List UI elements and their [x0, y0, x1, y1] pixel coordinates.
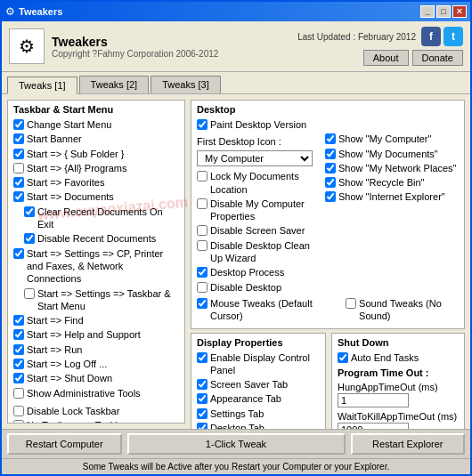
chk-logoff[interactable]: [13, 359, 24, 369]
list-item: Start => {All} Programs: [13, 162, 179, 174]
chk-start-banner[interactable]: [13, 133, 24, 144]
chk-screen-saver-tab[interactable]: [197, 379, 208, 390]
chk-show-mycomp[interactable]: [325, 133, 336, 144]
chk-disable-recent[interactable]: [24, 233, 35, 244]
chk-paint-desktop[interactable]: [197, 119, 208, 130]
shutdown-title: Shut Down: [338, 337, 459, 348]
chk-desktop-tab[interactable]: [197, 423, 208, 429]
chk-disable-cleanup[interactable]: [197, 240, 208, 251]
chk-appearance-tab[interactable]: [197, 393, 208, 404]
chk-clear-recent[interactable]: [24, 206, 35, 217]
chk-find[interactable]: [13, 315, 24, 326]
wait-input[interactable]: [338, 423, 409, 429]
chk-favorites[interactable]: [13, 177, 24, 188]
restart-explorer-button[interactable]: Restart Explorer: [351, 433, 466, 455]
hung-input[interactable]: [338, 393, 409, 407]
chk-show-mydocs[interactable]: [325, 149, 336, 159]
first-icon-label: First Desktop Icon :: [197, 136, 281, 147]
list-item: Desktop Process: [197, 266, 320, 278]
about-button[interactable]: About: [363, 50, 409, 66]
chk-disable-screensaver[interactable]: [197, 225, 208, 236]
program-timeout-label: Program Time Out :: [338, 367, 459, 378]
chk-mouse-tweaks[interactable]: [197, 298, 208, 309]
lbl-run: Start => Run: [27, 343, 82, 356]
twitter-icon[interactable]: t: [444, 27, 463, 46]
lbl-sub-folder: Start => { Sub Folder }: [27, 148, 124, 160]
desktop-right-col: Show "My Computer" Show "My Documents" S…: [325, 133, 459, 295]
chk-show-recycle[interactable]: [325, 177, 336, 188]
chk-help[interactable]: [13, 329, 24, 340]
desktop-left-col: First Desktop Icon : My Computer My Docu…: [197, 133, 320, 295]
list-item: Disable Recent Documents: [24, 232, 179, 245]
chk-desktop-process[interactable]: [197, 267, 208, 278]
header-right: Last Updated : February 2012 f t About D…: [297, 27, 463, 66]
hung-label: HungAppTimeOut (ms): [338, 382, 459, 392]
chk-sub-folder[interactable]: [13, 149, 24, 159]
facebook-icon[interactable]: f: [421, 27, 441, 46]
lbl-favorites: Start => Favorites: [27, 176, 104, 189]
lbl-appearance-tab: Appearance Tab: [210, 392, 281, 405]
chk-run[interactable]: [13, 344, 24, 355]
list-item: Show "Internet Explorer": [325, 190, 459, 203]
chk-all-programs[interactable]: [13, 163, 24, 173]
list-item: Show "My Network Places": [325, 162, 459, 174]
maximize-button[interactable]: □: [436, 5, 451, 18]
donate-button[interactable]: Donate: [412, 50, 463, 66]
list-item: Appearance Tab: [197, 392, 320, 405]
lbl-shutdown: Start => Shut Down: [27, 372, 112, 384]
lbl-disable-mycomp-props: Disable My Computer Properties: [210, 198, 320, 223]
chk-change-start-menu[interactable]: [13, 119, 24, 130]
desktop-bottom-row: Mouse Tweaks (Default Cursor) Sound Twea…: [197, 297, 459, 325]
desktop-section-title: Desktop: [197, 104, 459, 115]
tab-tweaks-1[interactable]: Tweaks [1]: [7, 77, 77, 94]
minimize-button[interactable]: _: [420, 5, 435, 18]
chk-sound-tweaks[interactable]: [346, 298, 356, 309]
mouse-tweaks-item: Mouse Tweaks (Default Cursor): [197, 297, 328, 323]
chk-shutdown[interactable]: [13, 373, 24, 383]
first-icon-select[interactable]: My Computer My Documents Network Places …: [197, 150, 313, 166]
list-item: Disable Screen Saver: [197, 224, 320, 237]
chk-auto-end[interactable]: [338, 352, 348, 363]
list-item: Start => Favorites: [13, 176, 179, 189]
list-item: Desktop Tab: [197, 422, 320, 429]
chk-enable-display[interactable]: [197, 352, 208, 363]
lbl-start-banner: Start Banner: [27, 133, 82, 145]
title-bar-text: Tweakers: [19, 6, 62, 17]
lbl-find: Start => Find: [27, 314, 84, 327]
chk-lock-docs[interactable]: [197, 171, 208, 182]
list-item: Disable Desktop Clean Up Wizard: [197, 239, 320, 265]
chk-admin-tools[interactable]: [13, 388, 24, 399]
list-item: Show Administrative Tools: [13, 387, 179, 399]
close-button[interactable]: ✕: [452, 5, 467, 18]
lbl-mouse-tweaks: Mouse Tweaks (Default Cursor): [210, 297, 328, 323]
chk-show-network[interactable]: [325, 163, 336, 173]
title-bar-icon: ⚙: [5, 5, 15, 18]
lbl-auto-end: Auto End Tasks: [351, 351, 419, 364]
chk-no-toolbars[interactable]: [13, 420, 24, 424]
main-window: ⚙ Tweakers _ □ ✕ ⚙ Tweakers Copyright ?F…: [0, 0, 472, 476]
taskbar-section-title: Taskbar & Start Menu: [13, 104, 179, 115]
chk-settings-taskbar[interactable]: [24, 288, 35, 299]
one-click-button[interactable]: 1-Click Tweak: [127, 433, 346, 455]
chk-settings-tab[interactable]: [197, 408, 208, 419]
chk-disable-desktop[interactable]: [197, 282, 208, 293]
chk-show-ie[interactable]: [325, 191, 336, 202]
restart-computer-button[interactable]: Restart Computer: [7, 433, 122, 455]
list-item: Start => Run: [13, 343, 179, 356]
lbl-disable-screensaver: Disable Screen Saver: [210, 224, 305, 237]
lbl-settings-cp: Start => Settings => CP, Printer and Fax…: [27, 247, 179, 286]
display-two-col: Enable Display Control Panel Screen Save…: [197, 351, 320, 429]
hung-row: HungAppTimeOut (ms): [338, 382, 459, 407]
chk-disable-mycomp-props[interactable]: [197, 198, 208, 209]
chk-disable-lock[interactable]: [13, 406, 24, 416]
status-bar: Some Tweaks will be Active after you Res…: [2, 458, 470, 474]
tab-tweaks-3[interactable]: Tweaks [3]: [151, 76, 221, 93]
lbl-paint-desktop: Paint Desktop Version: [210, 118, 306, 131]
list-item: Show "My Documents": [325, 148, 459, 160]
shutdown-section: Shut Down Auto End Tasks Program Time Ou…: [331, 333, 465, 429]
tab-tweaks-2[interactable]: Tweaks [2]: [79, 76, 150, 93]
lbl-disable-cleanup: Disable Desktop Clean Up Wizard: [210, 239, 320, 265]
chk-settings-cp[interactable]: [13, 248, 24, 259]
chk-documents[interactable]: [13, 191, 24, 202]
display-section: Display Properties Enable Display Contro…: [191, 333, 326, 429]
